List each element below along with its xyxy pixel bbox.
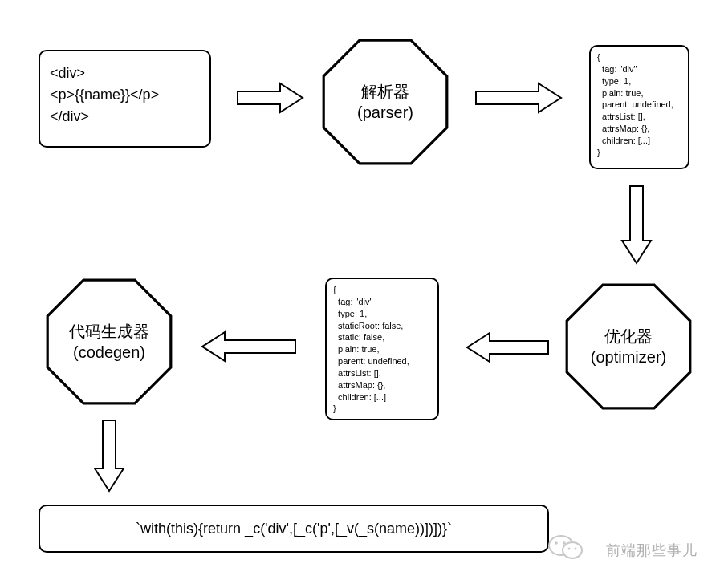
- arrow-optimizer-to-ast2: [466, 331, 550, 367]
- parser-title: 解析器: [357, 81, 413, 102]
- arrow-template-to-parser: [236, 82, 304, 117]
- watermark-text: 前端那些事儿: [606, 541, 698, 560]
- wechat-icon: [548, 533, 584, 564]
- optimizer-subtitle: (optimizer): [591, 347, 666, 367]
- svg-point-6: [563, 541, 566, 545]
- optimizer-title: 优化器: [591, 326, 666, 347]
- arrow-parser-to-ast1: [474, 82, 563, 117]
- arrow-codegen-to-output: [93, 419, 125, 496]
- template-line3: <p>{{name}}</p>: [50, 84, 200, 106]
- codegen-title: 代码生成器: [69, 321, 149, 342]
- parser-subtitle: (parser): [357, 102, 413, 123]
- output-box: `with(this){return _c('div',[_c('p',[_v(…: [39, 505, 549, 553]
- ast2-box: { tag: "div" type: 1, staticRoot: false,…: [325, 278, 439, 420]
- svg-point-8: [575, 548, 577, 550]
- svg-point-5: [555, 541, 558, 545]
- template-line1: <div>: [50, 63, 200, 84]
- template-source-box: <div> <p>{{name}}</p> </div>: [39, 50, 211, 148]
- codegen-octagon: 代码生成器 (codegen): [45, 278, 173, 406]
- arrow-ast2-to-codegen: [201, 330, 297, 366]
- codegen-subtitle: (codegen): [69, 342, 149, 363]
- arrow-ast1-to-optimizer: [620, 185, 653, 268]
- template-line4: </div>: [50, 106, 200, 128]
- output-code: `with(this){return _c('div',[_c('p',[_v(…: [136, 521, 452, 537]
- optimizer-octagon: 优化器 (optimizer): [564, 282, 693, 411]
- parser-octagon: 解析器 (parser): [321, 38, 449, 166]
- svg-point-4: [563, 542, 582, 558]
- svg-point-7: [568, 548, 571, 550]
- ast1-box: { tag: "div" type: 1, plain: true, paren…: [589, 45, 689, 169]
